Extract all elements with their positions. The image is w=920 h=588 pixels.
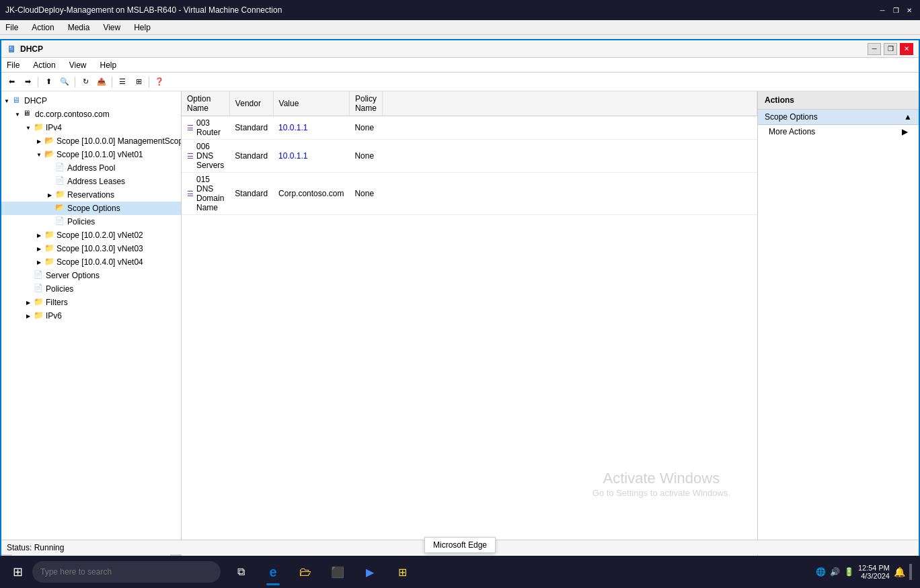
dhcp-tb-detail[interactable]: ⊞ (131, 75, 146, 89)
expand-ipv6[interactable]: ▶ (23, 310, 34, 321)
cell-policy-1: None (349, 116, 382, 140)
col-vendor[interactable]: Vendor (229, 91, 273, 116)
vm-close-btn[interactable]: ✕ (904, 5, 915, 15)
dhcp-menu-view[interactable]: View (67, 59, 89, 71)
icon-addrpool: 📄 (55, 163, 66, 173)
col-value[interactable]: Value (273, 91, 349, 116)
dhcp-tb-back[interactable]: ⬅ (4, 75, 19, 89)
taskbar-app-app3[interactable]: ⬛ (323, 557, 352, 587)
row-icon-2: ☰ 006 DNS Servers (187, 142, 224, 170)
actions-panel: Actions Scope Options ▲ More Actions ▶ (757, 91, 919, 566)
dhcp-minimize-btn[interactable]: ─ (868, 43, 881, 55)
taskbar-app-powershell[interactable]: ▶ (355, 557, 385, 587)
taskview-icon: ⧉ (237, 566, 245, 578)
tree-item-scope1[interactable]: ▼ 📂 Scope [10.0.1.0] vNet01 (1, 148, 181, 161)
expand-reservations[interactable]: ▶ (44, 190, 55, 200)
vm-menu-help[interactable]: Help (131, 22, 153, 34)
dhcp-restore-btn[interactable]: ❒ (884, 43, 897, 55)
taskbar-app-edge[interactable]: e (258, 557, 288, 587)
vm-menu-action[interactable]: Action (29, 22, 56, 34)
vm-menu-file[interactable]: File (3, 22, 21, 34)
row-icon-3: ☰ 015 DNS Domain Name (187, 175, 224, 212)
tree-item-scope0[interactable]: ▶ 📂 Scope [10.0.0.0] ManagementScop (1, 134, 181, 148)
table-row[interactable]: ☰ 006 DNS Servers Standard 10.0.1.1 None (182, 140, 757, 173)
taskbar-app-taskview[interactable]: ⧉ (226, 557, 256, 587)
tree-item-serveropts[interactable]: 📄 Server Options (1, 269, 181, 282)
expand-scope3[interactable]: ▶ (34, 243, 44, 254)
dhcp-tb-refresh[interactable]: ↻ (78, 75, 93, 89)
dhcp-menu-file[interactable]: File (4, 59, 22, 71)
dhcp-tb-show[interactable]: 🔍 (57, 75, 72, 89)
tree-item-addrleases[interactable]: 📄 Address Leases (1, 175, 181, 188)
expand-scope2[interactable]: ▶ (34, 230, 44, 241)
vm-menu-view[interactable]: View (100, 22, 123, 34)
dhcp-menu-action[interactable]: Action (30, 59, 58, 71)
table-row[interactable]: ☰ 015 DNS Domain Name Standard Corp.cont… (182, 173, 757, 215)
vm-restore-btn[interactable]: ❒ (890, 5, 901, 15)
more-actions-item[interactable]: More Actions ▶ (758, 125, 919, 138)
tray-battery-icon: 🔋 (844, 567, 854, 577)
dhcp-tb-up[interactable]: ⬆ (41, 75, 56, 89)
taskbar-clock[interactable]: 12:54 PM 4/3/2024 (858, 564, 890, 580)
tree-label-ipv4: IPv4 (46, 123, 62, 132)
dhcp-tb-export[interactable]: 📤 (94, 75, 109, 89)
tree-item-policies1[interactable]: 📄 Policies (1, 215, 181, 228)
tree-item-scope3[interactable]: ▶ 📁 Scope [10.0.3.0] vNet03 (1, 242, 181, 255)
table-row[interactable]: ☰ 003 Router Standard 10.0.1.1 None (182, 116, 757, 140)
dhcp-tb-fwd[interactable]: ➡ (20, 75, 35, 89)
vm-menu-media[interactable]: Media (65, 22, 93, 34)
start-button[interactable]: ⊞ (3, 557, 32, 587)
tree-item-scope2[interactable]: ▶ 📁 Scope [10.0.2.0] vNet02 (1, 228, 181, 242)
dhcp-tb-help[interactable]: ❓ (152, 75, 167, 89)
expand-dc[interactable]: ▼ (12, 109, 23, 120)
tree-item-addrpool[interactable]: 📄 Address Pool (1, 161, 181, 175)
taskbar-right: 🌐 🔊 🔋 12:54 PM 4/3/2024 🔔 (816, 564, 917, 580)
cell-option-name-2: ☰ 006 DNS Servers (182, 140, 229, 173)
col-policy-name[interactable]: Policy Name (349, 91, 382, 116)
icon-filters: 📁 (34, 297, 44, 308)
tree-item-scope4[interactable]: ▶ 📁 Scope [10.0.4.0] vNet04 (1, 255, 181, 269)
expand-ipv4[interactable]: ▼ (23, 122, 34, 133)
dhcp-tb-sep1 (38, 77, 38, 87)
option-icon-3: ☰ (187, 190, 194, 198)
tree-item-policies2[interactable]: 📄 Policies (1, 282, 181, 296)
col-option-name[interactable]: Option Name (182, 91, 229, 116)
expand-filters[interactable]: ▶ (23, 297, 34, 308)
edge-icon: e (269, 564, 276, 580)
taskbar-app-app5[interactable]: ⊞ (387, 557, 417, 587)
vm-minimize-btn[interactable]: ─ (877, 5, 888, 15)
expand-dhcp[interactable]: ▼ (1, 95, 12, 106)
expand-scope1[interactable]: ▼ (34, 149, 44, 160)
tree-item-scopeopts[interactable]: 📂 Scope Options (1, 202, 181, 215)
icon-scope4: 📁 (44, 257, 55, 267)
taskbar-app-explorer[interactable]: 🗁 (291, 557, 320, 587)
cell-value-2[interactable]: 10.0.1.1 (273, 140, 349, 173)
taskbar-search[interactable] (32, 561, 221, 583)
tray-show-desktop[interactable] (909, 564, 912, 580)
tray-notification-icon[interactable]: 🔔 (894, 566, 905, 577)
edge-tooltip: Microsoft Edge (424, 537, 496, 553)
expand-scope0[interactable]: ▶ (34, 136, 44, 146)
cell-extra-1 (382, 116, 757, 140)
icon-dhcp: 🖥 (12, 95, 23, 106)
dhcp-menu-help[interactable]: Help (98, 59, 120, 71)
tree-item-dhcp[interactable]: ▼ 🖥 DHCP (1, 94, 181, 108)
start-icon: ⊞ (13, 564, 23, 579)
scope-options-section[interactable]: Scope Options ▲ (758, 110, 919, 125)
cell-value-1[interactable]: 10.0.1.1 (273, 116, 349, 140)
expand-scope4[interactable]: ▶ (34, 257, 44, 267)
tree-panel[interactable]: ▼ 🖥 DHCP ▼ 🖥 dc.corp.contoso.com ▼ 📁 (1, 91, 182, 553)
actions-header: Actions (758, 91, 919, 110)
explorer-icon: 🗁 (299, 565, 311, 579)
scope-options-label: Scope Options (765, 112, 818, 122)
tree-item-dc[interactable]: ▼ 🖥 dc.corp.contoso.com (1, 108, 181, 121)
vm-menubar: File Action Media View Help (0, 20, 920, 35)
tree-item-filters[interactable]: ▶ 📁 Filters (1, 296, 181, 309)
tree-item-ipv4[interactable]: ▼ 📁 IPv4 (1, 121, 181, 134)
dhcp-tb-list[interactable]: ☰ (115, 75, 130, 89)
tree-item-reservations[interactable]: ▶ 📁 Reservations (1, 188, 181, 202)
icon-scopeopts: 📂 (55, 203, 66, 214)
tree-item-ipv6[interactable]: ▶ 📁 IPv6 (1, 309, 181, 323)
vm-titlebar-title: JK-CloudDeploy-Management on MSLAB-R640 … (5, 5, 282, 15)
dhcp-close-btn[interactable]: ✕ (900, 43, 913, 55)
